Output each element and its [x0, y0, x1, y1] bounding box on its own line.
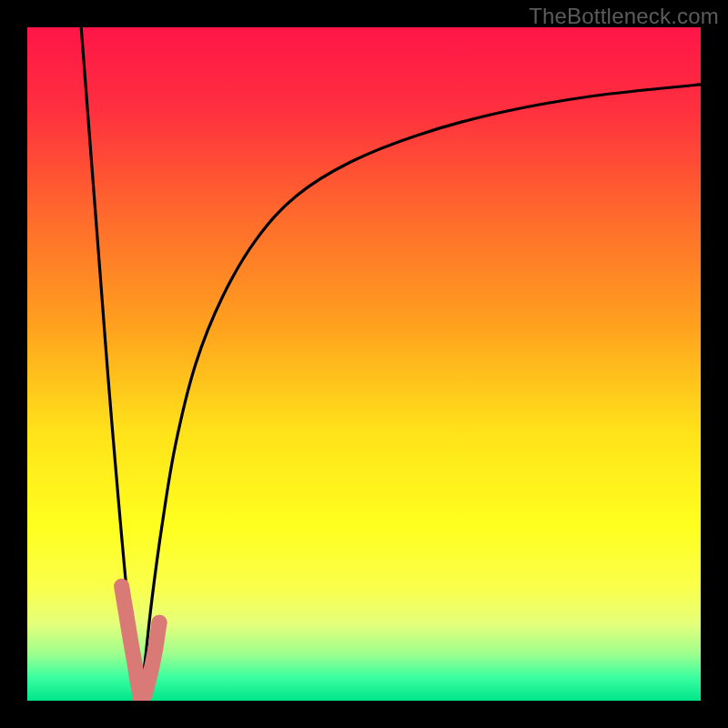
watermark-text: TheBottleneck.com — [529, 4, 719, 29]
curve-right-curve — [140, 85, 701, 701]
curves-layer — [27, 27, 701, 701]
markers-left — [122, 586, 141, 699]
marker-dot — [152, 615, 167, 631]
marker-dot — [143, 664, 158, 680]
marker-dot — [147, 642, 163, 657]
plot-area — [27, 27, 701, 701]
chart-frame: TheBottleneck.com — [0, 0, 728, 728]
markers-right — [140, 622, 159, 699]
